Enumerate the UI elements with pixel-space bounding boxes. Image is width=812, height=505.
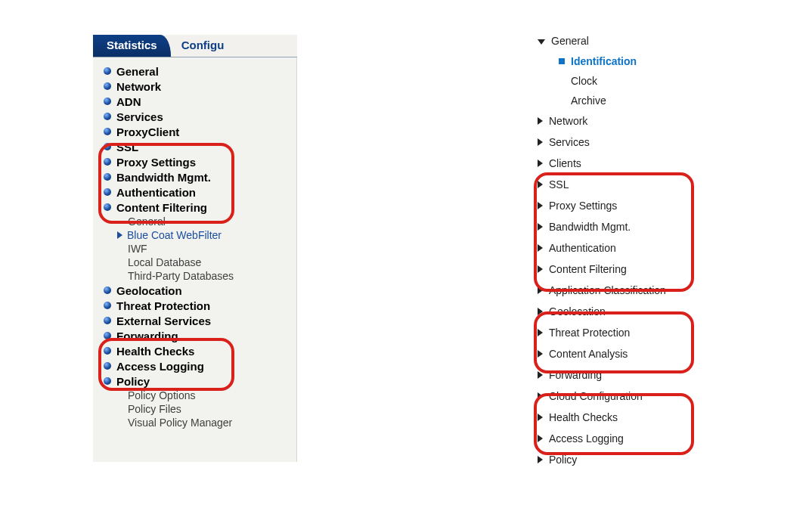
nav-subitem-label: Policy Options — [128, 389, 195, 401]
nav-item-label: Clients — [549, 157, 581, 169]
nav-item-general[interactable]: General — [98, 64, 293, 79]
nav-item-access-logging[interactable]: Access Logging — [533, 428, 711, 449]
chevron-right-icon — [538, 392, 543, 400]
nav-item-application-classification[interactable]: Application Classification — [533, 280, 711, 301]
chevron-down-icon — [538, 39, 545, 45]
nav-item-authentication[interactable]: Authentication — [533, 237, 711, 259]
nav-subitem-blue-coat-webfilter[interactable]: Blue Coat WebFilter — [98, 228, 293, 242]
square-icon — [559, 58, 565, 64]
nav-item-geolocation[interactable]: Geolocation — [98, 283, 293, 298]
nav-item-label: Authentication — [116, 186, 196, 199]
nav-item-ssl[interactable]: SSL — [98, 139, 293, 154]
nav-item-label: Content Analysis — [549, 348, 628, 360]
nav-item-label: Network — [549, 115, 587, 127]
nav-subitem-local-database[interactable]: Local Database — [98, 256, 293, 269]
nav-item-label: SSL — [549, 178, 569, 191]
nav-item-proxy-settings[interactable]: Proxy Settings — [98, 154, 293, 169]
nav-item-label: Health Checks — [116, 345, 194, 358]
nav-item-proxyclient[interactable]: ProxyClient — [98, 124, 293, 139]
bullet-icon — [104, 158, 111, 166]
nav-item-network[interactable]: Network — [98, 79, 293, 94]
bullet-icon — [104, 173, 111, 181]
nav-item-label: Threat Protection — [549, 327, 630, 339]
bullet-icon — [104, 302, 111, 309]
nav-item-label: ProxyClient — [116, 125, 179, 138]
nav-item-label: General — [116, 65, 159, 78]
nav-subitem-third-party-databases[interactable]: Third-Party Databases — [98, 269, 293, 283]
nav-item-network[interactable]: Network — [533, 110, 711, 132]
nav-item-label: Proxy Settings — [116, 156, 196, 169]
nav-item-label: Authentication — [549, 242, 616, 254]
nav-item-content-filtering[interactable]: Content Filtering — [533, 259, 711, 280]
nav-item-threat-protection[interactable]: Threat Protection — [98, 298, 293, 313]
nav-subitem-label: General — [128, 215, 166, 228]
nav-item-label: Content Filtering — [116, 201, 207, 214]
bullet-icon — [104, 203, 111, 211]
nav-subitem-clock[interactable]: Clock — [533, 71, 711, 91]
nav-item-label: Forwarding — [116, 330, 178, 342]
nav-subitem-label: Identification — [571, 55, 637, 67]
nav-item-content-filtering[interactable]: Content Filtering — [98, 200, 293, 215]
bullet-icon — [104, 287, 111, 294]
nav-item-policy[interactable]: Policy — [533, 449, 711, 470]
nav-item-label: ADN — [116, 95, 141, 108]
bullet-icon — [104, 143, 111, 150]
nav-item-policy[interactable]: Policy — [98, 373, 293, 389]
chevron-right-icon — [538, 287, 543, 294]
nav-item-services[interactable]: Services — [533, 132, 711, 153]
nav-subitem-label: Archive — [571, 94, 606, 107]
nav-item-threat-protection[interactable]: Threat Protection — [533, 322, 711, 343]
nav-item-general[interactable]: General — [533, 30, 711, 51]
nav-item-content-analysis[interactable]: Content Analysis — [533, 343, 711, 364]
nav-item-forwarding[interactable]: Forwarding — [533, 364, 711, 386]
tab-statistics[interactable]: Statistics — [93, 35, 171, 57]
nav-item-label: General — [551, 35, 589, 47]
bullet-icon — [104, 332, 111, 339]
nav-tree-left: GeneralNetworkADNServicesProxyClientSSLP… — [93, 57, 297, 462]
nav-item-services[interactable]: Services — [98, 109, 293, 124]
nav-item-label: Access Logging — [116, 360, 204, 373]
nav-item-proxy-settings[interactable]: Proxy Settings — [533, 195, 711, 216]
nav-subitem-visual-policy-manager[interactable]: Visual Policy Manager — [98, 416, 293, 429]
bullet-icon — [104, 98, 111, 105]
nav-item-bandwidth-mgmt-[interactable]: Bandwidth Mgmt. — [98, 169, 293, 184]
chevron-right-icon — [538, 350, 543, 358]
nav-item-bandwidth-mgmt-[interactable]: Bandwidth Mgmt. — [533, 216, 711, 237]
nav-subitem-policy-options[interactable]: Policy Options — [98, 389, 293, 402]
bullet-icon — [104, 128, 111, 135]
nav-item-label: Services — [549, 136, 590, 148]
nav-subitem-iwf[interactable]: IWF — [98, 242, 293, 256]
nav-item-clients[interactable]: Clients — [533, 153, 711, 174]
nav-item-label: Network — [116, 80, 161, 93]
chevron-right-icon — [538, 202, 543, 209]
nav-subitem-label: Blue Coat WebFilter — [127, 229, 222, 241]
nav-item-adn[interactable]: ADN — [98, 94, 293, 109]
nav-item-external-services[interactable]: External Services — [98, 313, 293, 328]
nav-subitem-general[interactable]: General — [98, 215, 293, 228]
nav-subitem-label: Policy Files — [128, 403, 181, 415]
nav-item-health-checks[interactable]: Health Checks — [98, 343, 293, 358]
tab-configure[interactable]: Configu — [163, 35, 297, 57]
nav-subitem-archive[interactable]: Archive — [533, 91, 711, 110]
nav-subitem-label: Visual Policy Manager — [128, 417, 232, 429]
chevron-right-icon — [538, 371, 543, 379]
triangle-right-icon — [117, 231, 122, 239]
nav-item-geolocation[interactable]: Geolocation — [533, 301, 711, 322]
nav-item-label: SSL — [116, 141, 138, 153]
tab-bar: Statistics Configu — [93, 35, 297, 57]
nav-item-label: Application Classification — [549, 284, 666, 296]
nav-item-cloud-configuration[interactable]: Cloud Configuration — [533, 386, 711, 407]
nav-item-health-checks[interactable]: Health Checks — [533, 407, 711, 428]
nav-item-label: Services — [116, 110, 163, 123]
nav-item-forwarding[interactable]: Forwarding — [98, 328, 293, 343]
nav-item-label: Geolocation — [549, 305, 606, 318]
nav-item-access-logging[interactable]: Access Logging — [98, 358, 293, 373]
nav-subitem-identification[interactable]: Identification — [533, 51, 711, 71]
chevron-right-icon — [538, 138, 543, 146]
chevron-right-icon — [538, 244, 543, 252]
bullet-icon — [104, 362, 111, 370]
nav-subitem-label: IWF — [128, 243, 147, 255]
nav-subitem-policy-files[interactable]: Policy Files — [98, 402, 293, 416]
nav-item-authentication[interactable]: Authentication — [98, 184, 293, 200]
nav-item-ssl[interactable]: SSL — [533, 174, 711, 195]
